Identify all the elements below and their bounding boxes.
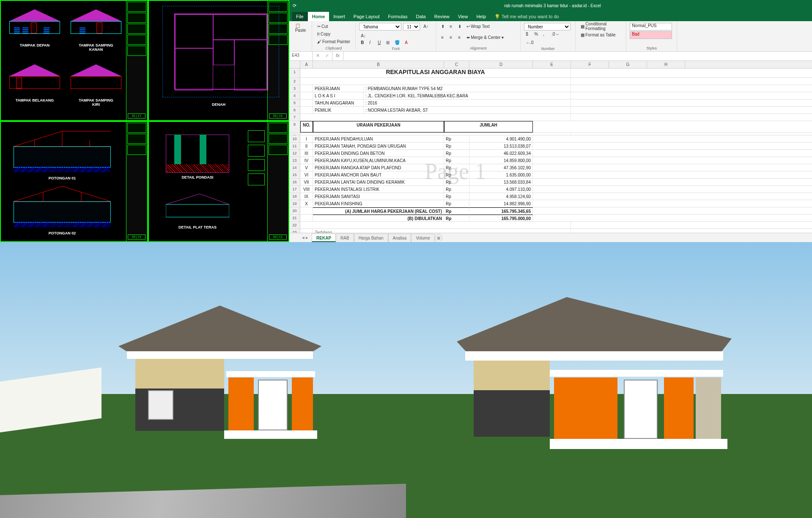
section-1-label: POTONGAN 01 xyxy=(41,176,83,180)
col-g[interactable]: G xyxy=(609,61,647,68)
formula-input[interactable] xyxy=(343,52,812,61)
align-mid-icon[interactable]: ≡ xyxy=(448,23,455,30)
render-view-2 xyxy=(406,242,812,518)
worksheet-area[interactable]: A B C D E F G H 1REKAPITULASI ANGGARAN B… xyxy=(289,61,812,233)
sheet-tab-rekap[interactable]: REKAP xyxy=(312,234,336,242)
cad-page-4: 02 | 13 xyxy=(269,234,287,240)
alignment-group-label: Alignment xyxy=(439,46,517,50)
window xyxy=(148,390,173,420)
align-top-icon[interactable]: ⬆ xyxy=(439,23,446,30)
autosave-icon: ⟳ xyxy=(293,3,296,8)
cad-page-1: 01 | 17 xyxy=(128,113,145,118)
col-d[interactable]: D xyxy=(469,61,533,68)
excel-window: ⟳ rab rumah minimalis 3 kamar tidur - as… xyxy=(289,0,812,242)
tab-insert[interactable]: Insert xyxy=(329,12,349,21)
cad-page-3: 03 | 13 xyxy=(128,234,145,240)
tab-formulas[interactable]: Formulas xyxy=(384,12,412,21)
cad-floorplan-panel: DENAH 02 | 13 xyxy=(148,0,289,121)
svg-rect-13 xyxy=(166,204,229,217)
col-b[interactable]: B xyxy=(313,61,444,68)
formula-bar: E43 ✕ ✓ fx xyxy=(289,52,812,61)
tab-help[interactable]: Help xyxy=(472,12,490,21)
tab-review[interactable]: Review xyxy=(430,12,454,21)
font-color-button[interactable]: A xyxy=(403,39,410,46)
increase-font-icon[interactable]: A↑ xyxy=(422,23,430,30)
currency-icon[interactable]: $ xyxy=(524,30,531,37)
elevation-front-label: TAMPAK DEPAN xyxy=(14,43,56,47)
col-e[interactable]: E xyxy=(533,61,571,68)
merge-center-button[interactable]: ⬌ Merge & Center ▾ xyxy=(465,34,505,41)
detail-teras-label: DETAIL PLAT TERAS xyxy=(176,225,219,229)
cad-titleblock xyxy=(126,1,147,120)
detail-foundation-label: DETAIL PONDASI xyxy=(176,175,219,179)
column-headers: A B C D E F G H xyxy=(289,61,812,69)
sheet-tab-harga[interactable]: Harga Bahan xyxy=(354,234,388,242)
sheet-tab-volume[interactable]: Volume xyxy=(411,234,434,242)
col-a[interactable]: A xyxy=(300,61,313,68)
elevation-left-label: TAMPAK SAMPING KIRI xyxy=(75,98,117,107)
font-name-select[interactable]: Tahoma xyxy=(359,23,401,30)
underline-button[interactable]: U xyxy=(376,39,383,46)
col-c[interactable]: C xyxy=(444,61,469,68)
elevation-right-label: TAMPAK SAMPING KANAN xyxy=(75,43,117,52)
sheet-tab-analisa[interactable]: Analisa xyxy=(388,234,411,242)
tab-view[interactable]: View xyxy=(454,12,472,21)
copy-button[interactable]: ⎘ Copy xyxy=(315,30,352,37)
tell-me[interactable]: 💡 Tell me what you want to do xyxy=(490,12,563,21)
styles-group-label: Styles xyxy=(630,46,673,50)
font-group-label: Font xyxy=(359,47,432,51)
render-view-1 xyxy=(0,242,406,518)
tab-data[interactable]: Data xyxy=(411,12,430,21)
cad-elevations-panel: TAMPAK DEPAN TAMPAK SAMPING KANAN TAMPAK… xyxy=(0,0,148,121)
excel-titlebar: ⟳ rab rumah minimalis 3 kamar tidur - as… xyxy=(289,0,812,11)
format-table-button[interactable]: ▦ Format as Table xyxy=(579,31,623,38)
tab-page-layout[interactable]: Page Layout xyxy=(349,12,384,21)
italic-button[interactable]: I xyxy=(368,39,374,46)
percent-icon[interactable]: % xyxy=(532,30,540,37)
sheet-nav-icon[interactable]: ◂ ▸ xyxy=(302,235,308,240)
sheet-tab-rab[interactable]: RAB xyxy=(336,234,354,242)
format-painter-button[interactable]: 🖌 Format Painter xyxy=(315,38,352,45)
fx-icon[interactable]: fx xyxy=(332,52,343,61)
paste-button[interactable]: 📋Paste xyxy=(293,23,308,41)
name-box[interactable]: E43 xyxy=(289,52,313,61)
tab-file[interactable]: File xyxy=(292,12,308,21)
svg-line-7 xyxy=(62,186,111,201)
font-size-select[interactable]: 11 xyxy=(403,23,420,30)
comma-icon[interactable]: , xyxy=(541,30,548,37)
door xyxy=(624,380,658,439)
door xyxy=(258,380,288,430)
align-bot-icon[interactable]: ⬇ xyxy=(456,23,463,30)
excel-ribbon: 📋Paste ✂ Cut ⎘ Copy 🖌 Format Painter Cli… xyxy=(289,21,812,52)
col-h[interactable]: H xyxy=(647,61,685,68)
excel-ribbon-tabs: File Home Insert Page Layout Formulas Da… xyxy=(289,11,812,21)
col-f[interactable]: F xyxy=(571,61,609,68)
align-center-icon[interactable]: ≡ xyxy=(448,34,455,41)
number-format-select[interactable]: Number xyxy=(524,23,571,30)
align-right-icon[interactable]: ≡ xyxy=(456,34,463,41)
decrease-font-icon[interactable]: A↓ xyxy=(359,32,368,39)
cut-button[interactable]: ✂ Cut xyxy=(315,23,352,30)
border-button[interactable]: ⊞ xyxy=(384,39,391,46)
style-normal[interactable]: Normal_PUS xyxy=(630,23,672,30)
style-bad[interactable]: Bad xyxy=(630,31,672,39)
svg-line-6 xyxy=(14,186,62,201)
sheet-add-button[interactable]: ⊕ xyxy=(435,234,442,242)
tab-home[interactable]: Home xyxy=(308,12,329,21)
bold-button[interactable]: B xyxy=(359,39,366,46)
svg-line-11 xyxy=(166,194,200,204)
fx-accept-icon[interactable]: ✓ xyxy=(323,52,332,61)
floorplan-title: DENAH xyxy=(198,102,240,107)
clipboard-group-label: Clipboard xyxy=(315,46,352,50)
cad-sections-panel: POTONGAN 01 POTONGAN 02 03 | 13 xyxy=(0,121,148,242)
excel-title: rab rumah minimalis 3 kamar tidur - asda… xyxy=(296,3,809,8)
cad-page-2: 02 | 13 xyxy=(269,113,287,118)
conditional-formatting-button[interactable]: ▦ Conditional Formatting xyxy=(579,23,623,30)
fill-color-button[interactable]: 🪣 xyxy=(393,39,401,46)
align-left-icon[interactable]: ≡ xyxy=(439,34,446,41)
fx-cancel-icon[interactable]: ✕ xyxy=(313,52,323,61)
dec-decimal-icon[interactable]: ←.0 xyxy=(524,39,535,46)
section-2-label: POTONGAN 02 xyxy=(41,231,83,235)
wrap-text-button[interactable]: ↩ Wrap Text xyxy=(465,23,491,30)
inc-decimal-icon[interactable]: .0→ xyxy=(550,30,561,37)
